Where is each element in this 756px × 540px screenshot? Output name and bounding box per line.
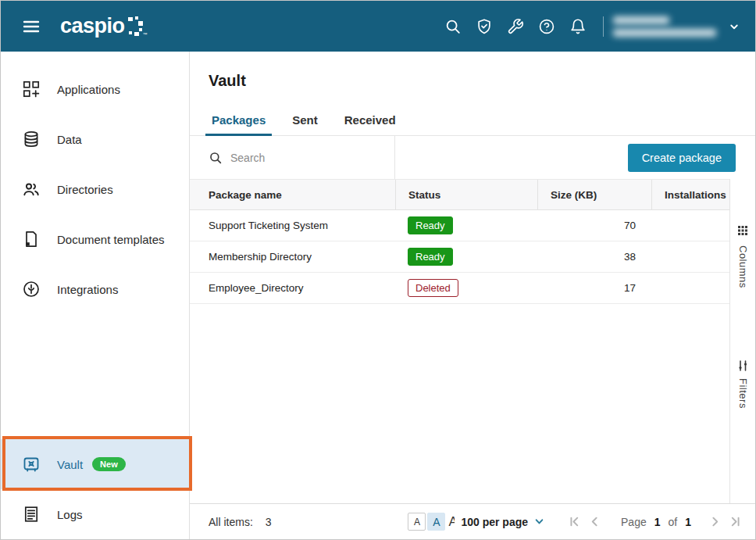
tools-wrench-icon[interactable]: [507, 18, 524, 35]
table-side-panel: Columns Filters: [729, 179, 755, 503]
help-icon[interactable]: [538, 18, 555, 35]
table-row[interactable]: Support Ticketing System Ready 70: [190, 210, 729, 241]
table-row[interactable]: Membership Directory Ready 38: [190, 241, 729, 273]
user-account-menu[interactable]: [613, 16, 716, 37]
installations-cell: [651, 241, 729, 272]
packages-table: Package name Status Size (KB) Installati…: [190, 179, 729, 503]
column-header-status[interactable]: Status: [395, 180, 537, 209]
total-pages-number: 1: [685, 516, 691, 528]
user-chevron-down-icon[interactable]: [727, 20, 741, 34]
vault-safe-icon: [23, 456, 40, 473]
sidebar-item-integrations[interactable]: Integrations: [1, 264, 189, 314]
last-page-icon[interactable]: [729, 516, 742, 528]
font-size-small-button[interactable]: A: [408, 513, 426, 531]
table-row[interactable]: Employee_Directory Deleted 17: [190, 273, 729, 304]
status-badge: Ready: [408, 216, 453, 234]
sidebar-item-vault[interactable]: Vault New: [1, 439, 189, 489]
database-icon: [23, 131, 40, 148]
sidebar-item-label: Directories: [57, 183, 113, 196]
sidebar-item-label: Document templates: [57, 233, 165, 246]
per-page-value: 100 per page: [461, 516, 528, 528]
font-size-medium-button[interactable]: A: [427, 513, 445, 531]
logs-list-icon: [23, 506, 40, 523]
people-icon: [23, 181, 40, 198]
user-account-redacted: [613, 29, 716, 37]
top-navigation-bar: caspio ™: [1, 1, 755, 52]
package-name-cell: Membership Directory: [190, 251, 395, 263]
title-row: Vault: [190, 52, 755, 110]
status-cell: Deleted: [395, 273, 537, 303]
content-row: Package name Status Size (KB) Installati…: [190, 179, 755, 503]
size-cell: 38: [537, 241, 651, 272]
current-page-number: 1: [654, 516, 661, 528]
sidebar-item-label: Vault: [57, 458, 83, 471]
previous-page-icon[interactable]: [589, 516, 601, 528]
package-name-cell: Support Ticketing System: [190, 220, 395, 231]
sidebar-item-applications[interactable]: Applications: [1, 64, 189, 114]
first-page-icon[interactable]: [569, 516, 581, 528]
page-label: Page: [621, 516, 647, 528]
font-size-large-button[interactable]: A: [447, 513, 455, 531]
installations-cell: [651, 210, 729, 241]
installations-cell: [651, 273, 729, 303]
caspio-logo[interactable]: caspio ™: [60, 16, 143, 37]
columns-grid-icon: [738, 224, 747, 238]
all-items-label: All items:: [209, 516, 253, 528]
search-icon[interactable]: [444, 18, 462, 35]
sidebar-item-label: Integrations: [57, 283, 118, 296]
table-toolbar: Create package: [190, 136, 755, 179]
page-title: Vault: [209, 72, 755, 90]
all-items-count: 3: [266, 516, 272, 528]
caspio-logo-mosaic-icon: ™: [127, 16, 143, 37]
column-header-package-name[interactable]: Package name: [190, 189, 395, 201]
search-icon: [209, 151, 223, 165]
tab-sent[interactable]: Sent: [289, 113, 321, 135]
security-shield-icon[interactable]: [476, 18, 493, 35]
filters-panel-toggle[interactable]: Filters: [737, 360, 749, 409]
columns-panel-label: Columns: [737, 245, 749, 288]
topbar-divider: [603, 16, 604, 37]
sidebar-item-directories[interactable]: Directories: [1, 164, 189, 214]
of-label: of: [669, 516, 678, 528]
sidebar-item-label: Applications: [57, 83, 120, 96]
sidebar-navigation: Applications Data Directories Document t…: [1, 52, 190, 539]
size-cell: 17: [537, 273, 651, 303]
applications-grid-icon: [23, 80, 40, 98]
pagination: Page 1 of 1: [565, 516, 746, 528]
trademark-symbol: ™: [143, 32, 148, 37]
table-footer: All items: 3 A A A 100 per page: [190, 503, 755, 539]
hamburger-menu-icon[interactable]: [23, 18, 40, 35]
status-badge: Deleted: [408, 279, 458, 297]
table-header-row: Package name Status Size (KB) Installati…: [190, 179, 729, 210]
toolbar-right: Create package: [395, 136, 755, 179]
create-package-button[interactable]: Create package: [628, 144, 736, 172]
search-field-container: [190, 136, 395, 179]
sidebar-item-data[interactable]: Data: [1, 114, 189, 164]
sidebar-item-label: Logs: [57, 508, 83, 521]
column-header-installations[interactable]: Installations: [651, 180, 729, 209]
topbar-actions: [437, 16, 741, 37]
new-badge: New: [92, 457, 126, 471]
per-page-dropdown[interactable]: 100 per page: [461, 516, 544, 528]
integrations-plug-icon: [23, 281, 40, 298]
document-icon: [23, 231, 40, 248]
sidebar-item-label: Data: [57, 133, 82, 146]
next-page-icon[interactable]: [709, 516, 722, 528]
sidebar-item-logs[interactable]: Logs: [1, 489, 189, 539]
notifications-bell-icon[interactable]: [569, 18, 587, 35]
column-header-size[interactable]: Size (KB): [537, 180, 651, 209]
chevron-down-icon: [534, 517, 544, 527]
sidebar-item-document-templates[interactable]: Document templates: [1, 214, 189, 264]
status-badge: Ready: [408, 248, 453, 266]
footer-controls: A A A 100 per page: [408, 513, 746, 531]
filters-sliders-icon: [737, 360, 748, 371]
search-input[interactable]: [230, 152, 371, 164]
size-cell: 70: [537, 210, 651, 241]
main-content: Vault Packages Sent Received Create pack…: [190, 52, 755, 539]
columns-panel-toggle[interactable]: Columns: [737, 224, 749, 288]
tab-received[interactable]: Received: [341, 113, 399, 135]
status-cell: Ready: [395, 210, 537, 241]
tab-packages[interactable]: Packages: [209, 113, 269, 135]
app-window: caspio ™: [0, 0, 756, 540]
user-name-redacted: [613, 16, 669, 24]
